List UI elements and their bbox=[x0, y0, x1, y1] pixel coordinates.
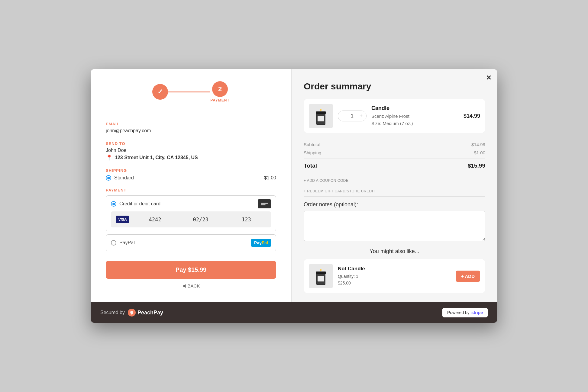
back-chevron-icon: ◀ bbox=[182, 283, 186, 288]
subtotal-label: Subtotal bbox=[304, 142, 320, 147]
shipping-radio[interactable] bbox=[106, 175, 111, 181]
upsell-name: Not Candle bbox=[338, 266, 451, 272]
paypal-label-row: PayPal bbox=[111, 240, 135, 246]
shipping-option-label: Standard bbox=[114, 175, 134, 181]
shipping-total-row: Shipping $1.00 bbox=[304, 149, 485, 157]
visa-badge: VISA bbox=[116, 216, 129, 223]
secured-text: Secured by bbox=[100, 310, 125, 315]
stripe-text: stripe bbox=[471, 310, 483, 315]
upsell-card: Not Candle Quantity: 1 $25.00 + ADD bbox=[304, 259, 485, 293]
product-scent: Alpine Frost bbox=[385, 114, 409, 119]
modal-body: ✓ 2 PAYMENT EMAIL john@peachpay.com bbox=[91, 69, 497, 302]
upsell-attrs: Quantity: 1 $25.00 bbox=[338, 273, 451, 287]
email-section: EMAIL john@peachpay.com bbox=[106, 114, 276, 134]
upsell-details: Not Candle Quantity: 1 $25.00 bbox=[338, 266, 451, 287]
qty-decrease-button[interactable]: − bbox=[338, 111, 348, 121]
order-notes-label: Order notes (optional): bbox=[304, 201, 485, 208]
svg-point-9 bbox=[320, 269, 321, 271]
powered-text: Powered by bbox=[447, 310, 470, 315]
back-label: BACK bbox=[188, 283, 200, 288]
product-attrs: Scent: Alpine Frost Size: Medium (7 oz.) bbox=[371, 113, 459, 127]
svg-rect-5 bbox=[318, 116, 324, 121]
step-line bbox=[168, 92, 210, 92]
shipping-total-value: $1.00 bbox=[474, 150, 485, 155]
shipping-price: $1.00 bbox=[264, 175, 276, 181]
product-details: Candle Scent: Alpine Frost Size: Medium … bbox=[371, 105, 459, 127]
candle-svg bbox=[313, 105, 328, 127]
credit-card-option[interactable]: Credit or debit card bbox=[106, 195, 276, 231]
card-expiry[interactable]: 02/23 bbox=[181, 217, 221, 223]
shipping-total-label: Shipping bbox=[304, 150, 321, 155]
step-2-wrapper: 2 PAYMENT bbox=[210, 81, 230, 102]
subtotal-row: Subtotal $14.99 bbox=[304, 140, 485, 149]
product-scent-label: Scent: bbox=[371, 114, 385, 119]
peachpay-icon-svg bbox=[128, 309, 136, 316]
paypal-radio[interactable] bbox=[111, 240, 116, 246]
svg-rect-11 bbox=[318, 276, 324, 281]
upsell-image bbox=[309, 264, 333, 288]
svg-rect-4 bbox=[316, 111, 326, 114]
coupon-link[interactable]: + ADD A COUPON CODE bbox=[304, 175, 485, 186]
grand-total-value: $15.99 bbox=[468, 162, 485, 169]
right-panel: Order summary bbox=[292, 69, 497, 302]
send-to-section: SEND TO John Doe 📍 123 Street Unit 1, Ci… bbox=[106, 134, 276, 161]
step-2-number: 2 bbox=[218, 85, 222, 93]
pin-icon: 📍 bbox=[106, 154, 112, 161]
shipping-section: SHIPPING Standard $1.00 bbox=[106, 161, 276, 181]
stripe-badge: Powered by stripe bbox=[442, 308, 488, 317]
gift-link[interactable]: + REDEEM GIFT CARD/STORE CREDIT bbox=[304, 186, 485, 197]
payment-section-label: PAYMENT bbox=[106, 188, 276, 192]
peachpay-logo: PeachPay bbox=[128, 309, 163, 316]
credit-card-label-row: Credit or debit card bbox=[111, 201, 160, 207]
card-line-2 bbox=[261, 204, 266, 205]
card-line-1 bbox=[261, 203, 268, 204]
product-middle: − 1 + bbox=[338, 111, 367, 121]
send-to-label: SEND TO bbox=[106, 141, 276, 146]
product-image bbox=[309, 104, 333, 128]
visa-card-row: VISA 4242 02/23 123 bbox=[111, 211, 271, 227]
email-value: john@peachpay.com bbox=[106, 128, 276, 133]
email-label: EMAIL bbox=[106, 122, 276, 126]
card-cvv[interactable]: 123 bbox=[227, 217, 266, 223]
svg-rect-10 bbox=[316, 272, 326, 274]
paypal-badge: PayPal bbox=[251, 239, 271, 247]
card-number[interactable]: 4242 bbox=[135, 217, 175, 223]
send-to-name: John Doe bbox=[106, 148, 276, 153]
pay-button[interactable]: Pay $15.99 bbox=[106, 261, 276, 279]
paypal-option[interactable]: PayPal PayPal bbox=[106, 234, 276, 251]
product-price: $14.99 bbox=[464, 113, 480, 119]
credit-card-row: Credit or debit card bbox=[111, 199, 271, 208]
checkout-modal: ✕ ✓ 2 PAYMENT bbox=[91, 69, 497, 323]
credit-label: Credit or debit card bbox=[119, 201, 160, 207]
close-button[interactable]: ✕ bbox=[486, 74, 491, 82]
order-notes-input[interactable] bbox=[304, 211, 485, 241]
payment-section: PAYMENT Credit or debit card bbox=[106, 181, 276, 251]
step-1-circle: ✓ bbox=[152, 84, 168, 100]
grand-total-row: Total $15.99 bbox=[304, 159, 485, 171]
product-name: Candle bbox=[371, 105, 459, 111]
credit-radio[interactable] bbox=[111, 201, 116, 207]
quantity-control[interactable]: − 1 + bbox=[338, 111, 367, 121]
shipping-row: Standard $1.00 bbox=[106, 175, 276, 181]
product-size: Medium (7 oz.) bbox=[383, 121, 413, 126]
back-link[interactable]: ◀ BACK bbox=[106, 283, 276, 288]
card-icon bbox=[258, 199, 271, 208]
shipping-option[interactable]: Standard bbox=[106, 175, 134, 181]
shipping-label: SHIPPING bbox=[106, 168, 276, 173]
qty-increase-button[interactable]: + bbox=[356, 111, 366, 121]
address-value: 123 Street Unit 1, City, CA 12345, US bbox=[115, 155, 198, 160]
step-1-check: ✓ bbox=[157, 88, 163, 96]
upsell-add-button[interactable]: + ADD bbox=[456, 271, 480, 282]
upsell-price: $25.00 bbox=[338, 281, 351, 285]
peachpay-name: PeachPay bbox=[137, 310, 163, 316]
card-icon-lines bbox=[261, 203, 268, 205]
order-summary-title: Order summary bbox=[304, 81, 485, 92]
secured-by: Secured by PeachPay bbox=[100, 309, 163, 316]
step-2-circle: 2 bbox=[212, 81, 228, 97]
step-2-label: PAYMENT bbox=[210, 98, 230, 102]
left-panel: ✓ 2 PAYMENT EMAIL john@peachpay.com bbox=[91, 69, 292, 302]
product-size-label: Size: bbox=[371, 121, 383, 126]
upsell-candle-svg bbox=[313, 265, 328, 287]
totals-section: Subtotal $14.99 Shipping $1.00 Total $15… bbox=[304, 140, 485, 171]
qty-value: 1 bbox=[348, 113, 356, 119]
